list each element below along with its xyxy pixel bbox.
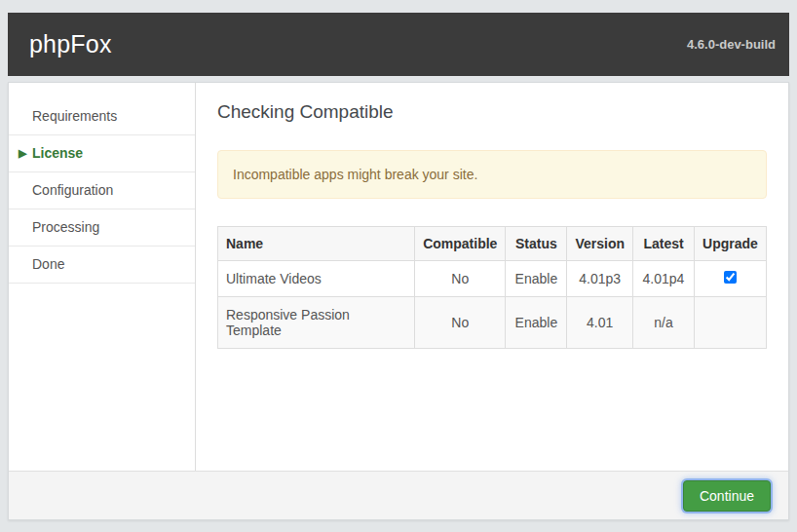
- header-bar: phpFox 4.6.0-dev-build: [8, 13, 789, 76]
- column-header-latest: Latest: [633, 227, 695, 261]
- sidebar-item-requirements[interactable]: Requirements: [9, 98, 195, 135]
- panel-main: Requirements ▶ License Configuration Pro…: [9, 83, 788, 471]
- table-row: Responsive Passion Template No Enable 4.…: [218, 297, 767, 349]
- cell-latest: 4.01p4: [633, 261, 695, 297]
- installer-panel: Requirements ▶ License Configuration Pro…: [8, 82, 789, 520]
- sidebar-item-configuration[interactable]: Configuration: [9, 172, 195, 209]
- warning-alert: Incompatible apps might break your site.: [217, 150, 767, 199]
- cell-version: 4.01: [567, 297, 633, 349]
- table-row: Ultimate Videos No Enable 4.01p3 4.01p4: [218, 261, 767, 297]
- column-header-status: Status: [506, 227, 567, 261]
- steps-sidebar: Requirements ▶ License Configuration Pro…: [9, 83, 196, 471]
- column-header-name: Name: [218, 227, 415, 261]
- cell-compatible: No: [415, 297, 506, 349]
- sidebar-item-label: Done: [32, 256, 64, 272]
- column-header-compatible: Compatible: [415, 227, 506, 261]
- cell-version: 4.01p3: [567, 261, 633, 297]
- brand-title: phpFox: [29, 30, 112, 58]
- column-header-version: Version: [567, 227, 633, 261]
- cell-compatible: No: [415, 261, 506, 297]
- sidebar-item-processing[interactable]: Processing: [9, 209, 195, 247]
- sidebar-item-label: License: [32, 145, 83, 161]
- panel-footer: Continue: [9, 471, 788, 519]
- table-header-row: Name Compatible Status Version Latest Up…: [218, 227, 767, 261]
- cell-status: Enable: [506, 261, 567, 297]
- cell-status: Enable: [506, 297, 567, 349]
- sidebar-item-label: Configuration: [32, 182, 113, 198]
- cell-app-name: Ultimate Videos: [218, 261, 415, 297]
- installer-page: phpFox 4.6.0-dev-build Requirements ▶ Li…: [0, 0, 797, 532]
- upgrade-checkbox[interactable]: [724, 271, 737, 284]
- continue-button[interactable]: Continue: [683, 480, 771, 512]
- sidebar-item-license[interactable]: ▶ License: [9, 135, 195, 172]
- page-title: Checking Compatible: [217, 100, 767, 124]
- caret-right-icon: ▶: [19, 145, 26, 162]
- cell-upgrade: [695, 261, 767, 297]
- column-header-upgrade: Upgrade: [695, 227, 767, 261]
- sidebar-item-label: Processing: [32, 219, 99, 235]
- cell-latest: n/a: [633, 297, 695, 349]
- sidebar-item-label: Requirements: [32, 108, 117, 124]
- sidebar-item-done[interactable]: Done: [9, 247, 195, 284]
- steps-list: Requirements ▶ License Configuration Pro…: [9, 98, 195, 284]
- cell-upgrade: [695, 297, 767, 349]
- main-content: Checking Compatible Incompatible apps mi…: [196, 83, 788, 471]
- compatibility-table: Name Compatible Status Version Latest Up…: [217, 226, 767, 349]
- build-version: 4.6.0-dev-build: [687, 37, 776, 52]
- cell-app-name: Responsive Passion Template: [218, 297, 415, 349]
